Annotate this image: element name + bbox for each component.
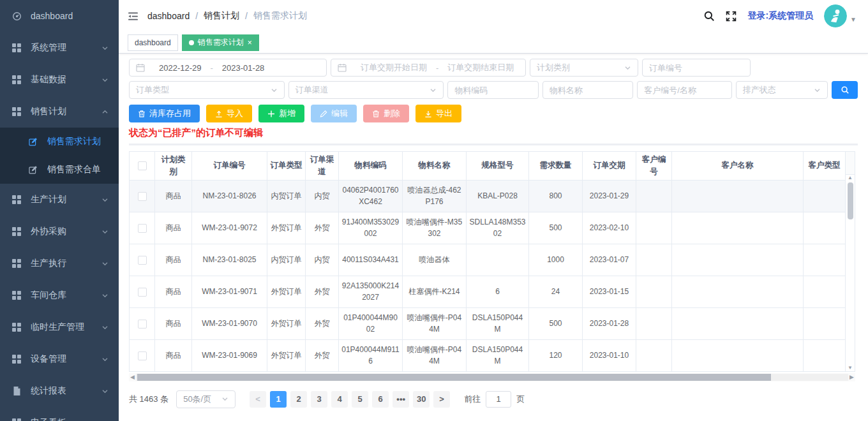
fullscreen-icon[interactable] (726, 11, 737, 22)
page-button-3[interactable]: 3 (311, 391, 327, 408)
close-icon[interactable]: × (248, 39, 252, 47)
menu-item-label: 电子看板 (31, 417, 101, 421)
add-button[interactable]: 新增 (258, 105, 304, 122)
table-row[interactable]: 商品WM-23-01-9072外贸订单外贸91J400M353029002喷油嘴… (130, 212, 846, 244)
order-no-input[interactable] (642, 59, 751, 77)
page-button-30[interactable]: 30 (413, 391, 430, 408)
material-name-input[interactable] (542, 81, 634, 99)
table-row[interactable]: 商品NM-23-01-8025内贸订单内贸40011S034A431喷油器体10… (130, 244, 846, 276)
submenu-item-1[interactable]: 销售需求合单 (0, 156, 119, 184)
row-checkbox[interactable] (138, 351, 147, 360)
table-cell: 2023-01-29 (583, 180, 636, 212)
row-checkbox[interactable] (138, 192, 147, 201)
menu-item-label: 生产执行 (31, 258, 101, 269)
table-cell: 92A135000K2142027 (339, 276, 403, 307)
scroll-down-icon[interactable]: ▼ (848, 365, 853, 371)
chevron-up-icon (101, 108, 108, 115)
tab-sales-demand-plan[interactable]: 销售需求计划 × (182, 34, 259, 51)
table-cell: 商品 (155, 244, 192, 276)
table-cell (804, 339, 846, 371)
page-button-2[interactable]: 2 (290, 391, 307, 408)
row-checkbox[interactable] (138, 320, 147, 329)
submenu-item-0[interactable]: 销售需求计划 (0, 128, 119, 156)
breadcrumb-dashboard[interactable]: dashboard (147, 11, 190, 21)
scroll-right-icon[interactable]: ▶ (848, 374, 855, 380)
material-name-field[interactable] (550, 85, 627, 95)
sidebar-item-2[interactable]: 基础数据 (0, 64, 119, 96)
tab-dashboard[interactable]: dashboard (128, 34, 178, 51)
sidebar-item-6[interactable]: 生产执行 (0, 247, 119, 279)
search-icon[interactable] (703, 10, 715, 22)
avatar[interactable] (824, 4, 847, 27)
material-code-field[interactable] (454, 85, 532, 95)
user-menu[interactable]: ▼ (824, 4, 857, 27)
prev-page-button[interactable]: < (250, 391, 266, 408)
column-header: 订单渠道 (306, 152, 339, 181)
page-button-6[interactable]: 6 (372, 391, 389, 408)
select-all-checkbox[interactable] (138, 161, 147, 170)
sidebar-item-4[interactable]: 生产计划 (0, 184, 119, 216)
goto-page-input[interactable] (486, 391, 511, 408)
sidebar-item-7[interactable]: 车间仓库 (0, 279, 119, 311)
vertical-scrollbar[interactable]: ▲ ▼ (846, 151, 855, 372)
sidebar-item-9[interactable]: 设备管理 (0, 343, 119, 375)
sidebar-item-11[interactable]: 电子看板 (0, 407, 119, 421)
page-button-1[interactable]: 1 (270, 391, 287, 408)
horizontal-scroll-thumb[interactable] (137, 374, 771, 381)
vertical-scroll-thumb[interactable] (848, 182, 853, 219)
clear-stock-button[interactable]: 清库存占用 (129, 105, 200, 122)
date-separator: - (436, 63, 438, 73)
divider (129, 144, 858, 145)
create-date-range-picker[interactable]: 2022-12-29 - 2023-01-28 (129, 59, 327, 77)
data-table: 计划类别订单编号订单类型订单渠道物料编码物料名称规格型号需求数量订单交期客户编号… (129, 151, 846, 372)
sidebar-item-10[interactable]: 统计报表 (0, 375, 119, 407)
delete-button[interactable]: 删除 (363, 105, 409, 122)
row-checkbox[interactable] (138, 224, 147, 233)
order-channel-select[interactable]: 订单渠道 (288, 81, 444, 99)
page-button-4[interactable]: 4 (331, 391, 348, 408)
breadcrumb-sales-plan[interactable]: 销售计划 (204, 10, 239, 22)
next-page-button[interactable]: > (433, 391, 450, 408)
sidebar-item-0[interactable]: dashboard (0, 0, 119, 32)
navbar-right: 登录:系统管理员 ▼ (703, 4, 857, 27)
table-cell (636, 276, 672, 307)
trash-icon (138, 110, 146, 118)
export-button[interactable]: 导出 (415, 105, 461, 122)
table-row[interactable]: 商品WM-23-01-9071外贸订单外贸92A135000K2142027柱塞… (130, 276, 846, 307)
report-icon (11, 387, 22, 395)
table-row[interactable]: 商品WM-23-01-9069外贸订单外贸01P400044M9116喷油嘴偶件… (130, 339, 846, 371)
table-cell (636, 307, 672, 339)
breadcrumb: dashboard / 销售计划 / 销售需求计划 (147, 10, 307, 22)
order-type-select[interactable]: 订单类型 (129, 81, 285, 99)
date-start-placeholder: 订单交期开始日期 (361, 62, 427, 73)
menu-item-label: 临时生产管理 (31, 321, 101, 333)
menu-item-label: 设备管理 (31, 353, 101, 365)
row-checkbox[interactable] (138, 288, 147, 297)
table-row[interactable]: 商品WM-23-01-9070外贸订单外贸01P400044M9002喷油嘴偶件… (130, 307, 846, 339)
customer-input[interactable] (637, 81, 731, 99)
plan-category-select[interactable]: 计划类别 (530, 59, 638, 77)
sidebar-item-3[interactable]: 销售计划 (0, 96, 119, 128)
sidebar-item-5[interactable]: 外协采购 (0, 216, 119, 247)
row-checkbox[interactable] (138, 256, 147, 265)
table-row[interactable]: 商品NM-23-01-8026内贸订单内贸04062P4001760XC462喷… (130, 180, 846, 212)
active-dot-icon (189, 40, 194, 45)
delivery-date-range-picker[interactable]: 订单交期开始日期 - 订单交期结束日期 (331, 59, 526, 77)
horizontal-scrollbar[interactable]: ◀ ▶ (129, 373, 855, 381)
table-cell (672, 244, 804, 276)
sidebar-item-1[interactable]: 系统管理 (0, 32, 119, 64)
import-button[interactable]: 导入 (206, 105, 252, 122)
scroll-up-icon[interactable]: ▲ (848, 175, 853, 181)
page-button-5[interactable]: 5 (352, 391, 368, 408)
search-button[interactable] (832, 81, 858, 99)
hamburger-fold-icon[interactable] (128, 11, 138, 22)
order-no-field[interactable] (649, 63, 744, 73)
more-pages-button[interactable]: ••• (393, 391, 409, 408)
customer-field[interactable] (644, 85, 724, 95)
scroll-left-icon[interactable]: ◀ (129, 374, 136, 380)
schedule-status-select[interactable]: 排产状态 (736, 81, 828, 99)
material-code-input[interactable] (447, 81, 539, 99)
edit-button[interactable]: 编辑 (311, 105, 357, 122)
page-size-select[interactable]: 50条/页 (176, 390, 236, 408)
sidebar-item-8[interactable]: 临时生产管理 (0, 311, 119, 343)
